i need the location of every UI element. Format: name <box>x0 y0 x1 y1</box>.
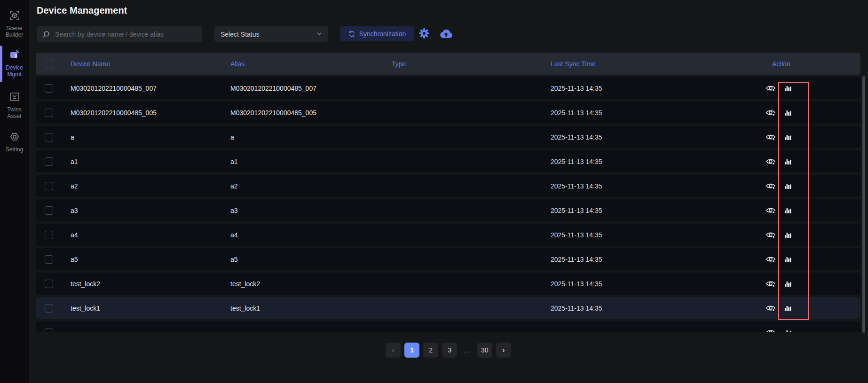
chart-button[interactable] <box>784 329 791 333</box>
row-checkbox[interactable] <box>45 109 53 117</box>
bar-chart-icon <box>784 133 791 141</box>
page-title: Device Management <box>37 5 127 16</box>
cloud-upload-icon <box>439 29 453 39</box>
device-mgmt-icon <box>0 49 29 63</box>
device-name-cell: M030201202210000485_005 <box>71 109 230 117</box>
sidebar-item-setting[interactable]: Setting <box>0 131 29 153</box>
chart-button[interactable] <box>784 231 791 239</box>
chevron-down-icon <box>316 31 323 39</box>
sidebar-item-label: Device Mgmt <box>6 64 23 78</box>
view-button[interactable] <box>765 230 776 240</box>
row-checkbox[interactable] <box>45 182 53 190</box>
synchronization-label: Synchronization <box>359 30 406 38</box>
alias-cell: test_lock1 <box>230 305 392 312</box>
device-name-cell: test_lock2 <box>71 280 230 288</box>
view-button[interactable] <box>765 255 776 264</box>
search-icon <box>42 31 50 39</box>
bar-chart-icon <box>784 256 791 263</box>
row-checkbox[interactable] <box>45 280 53 288</box>
chart-button[interactable] <box>784 133 791 141</box>
twins-asset-icon <box>0 91 29 104</box>
partial-row-clip <box>36 321 860 332</box>
page-button-3[interactable]: 3 <box>442 343 457 358</box>
row-checkbox[interactable] <box>45 255 53 264</box>
row-checkbox[interactable] <box>45 84 53 93</box>
chart-button[interactable] <box>784 207 791 214</box>
column-header-device-name[interactable]: Device Name <box>71 60 230 68</box>
chart-button[interactable] <box>784 280 791 288</box>
table-row: a3 a3 2025-11-13 14:35 <box>36 199 860 221</box>
row-checkbox[interactable] <box>45 231 53 239</box>
view-button[interactable] <box>765 108 776 117</box>
chart-button[interactable] <box>784 85 791 92</box>
scene-builder-icon <box>0 9 29 23</box>
last-sync-cell: 2025-11-13 14:35 <box>551 182 762 190</box>
synchronization-button[interactable]: Synchronization <box>340 26 414 41</box>
vertical-scrollbar[interactable] <box>862 76 865 333</box>
column-header-alias[interactable]: Alias <box>230 60 392 68</box>
eye-icon <box>765 230 776 240</box>
table-row: a1 a1 2025-11-13 14:35 <box>36 150 860 172</box>
status-select[interactable]: Select Status <box>214 26 328 42</box>
view-button[interactable] <box>765 84 776 93</box>
last-sync-cell: 2025-11-13 14:35 <box>551 305 762 312</box>
eye-icon <box>765 157 776 166</box>
bar-chart-icon <box>784 329 791 333</box>
search-input[interactable] <box>50 26 202 42</box>
view-button[interactable] <box>765 157 776 166</box>
alias-cell: M030201202210000485_007 <box>230 85 392 92</box>
last-sync-cell: 2025-11-13 14:35 <box>551 85 762 92</box>
row-checkbox[interactable] <box>45 157 53 166</box>
column-header-action: Action <box>762 60 860 68</box>
view-button[interactable] <box>765 279 776 289</box>
page-button-1[interactable]: 1 <box>404 343 419 358</box>
view-button[interactable] <box>765 328 776 333</box>
bar-chart-icon <box>784 158 791 165</box>
device-name-cell: M030201202210000485_007 <box>71 85 230 92</box>
settings-gear-button[interactable] <box>418 28 430 40</box>
sidebar-item-label: Setting <box>6 146 23 153</box>
chart-button[interactable] <box>784 256 791 263</box>
device-name-cell: a4 <box>71 231 230 239</box>
next-page-button[interactable]: › <box>496 343 511 358</box>
sidebar: Scene Builder Device Mgmt Twins Asset <box>0 0 29 383</box>
sidebar-item-scene-builder[interactable]: Scene Builder <box>0 9 29 38</box>
view-button[interactable] <box>765 206 776 215</box>
column-header-type[interactable]: Type <box>392 60 551 68</box>
device-name-cell: a3 <box>71 207 230 214</box>
chart-button[interactable] <box>784 182 791 190</box>
setting-icon <box>0 131 29 144</box>
chart-button[interactable] <box>784 109 791 117</box>
table-body: M030201202210000485_007 M030201202210000… <box>36 77 860 321</box>
bar-chart-icon <box>784 305 791 312</box>
row-checkbox[interactable] <box>45 133 53 141</box>
view-button[interactable] <box>765 133 776 142</box>
eye-icon <box>765 108 776 117</box>
prev-page-button[interactable]: ‹ <box>386 343 401 358</box>
bar-chart-icon <box>784 207 791 214</box>
pagination-ellipsis[interactable]: ... <box>461 343 473 358</box>
table-row <box>36 321 860 332</box>
device-name-cell: a2 <box>71 182 230 190</box>
view-button[interactable] <box>765 304 776 313</box>
alias-cell: M030201202210000485_005 <box>230 109 392 117</box>
sidebar-item-twins-asset[interactable]: Twins Asset <box>0 91 29 119</box>
row-checkbox[interactable] <box>45 328 53 333</box>
view-button[interactable] <box>765 181 776 191</box>
sync-icon <box>348 30 355 38</box>
cloud-upload-button[interactable] <box>439 29 453 40</box>
row-checkbox[interactable] <box>45 206 53 215</box>
sidebar-item-label: Scene Builder <box>6 25 23 38</box>
select-all-checkbox[interactable] <box>45 60 53 68</box>
row-checkbox[interactable] <box>45 304 53 313</box>
page-button-30[interactable]: 30 <box>477 343 492 358</box>
chart-button[interactable] <box>784 305 791 312</box>
sidebar-item-device-mgmt[interactable]: Device Mgmt <box>0 49 29 78</box>
bar-chart-icon <box>784 280 791 288</box>
eye-icon <box>765 255 776 264</box>
table-row: a2 a2 2025-11-13 14:35 <box>36 175 860 197</box>
column-header-last-sync-time[interactable]: Last Sync Time <box>551 60 762 68</box>
eye-icon <box>765 133 776 142</box>
chart-button[interactable] <box>784 158 791 165</box>
page-button-2[interactable]: 2 <box>423 343 438 358</box>
